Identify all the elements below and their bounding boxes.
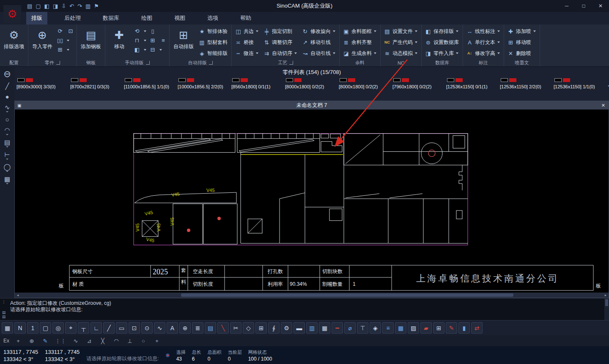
close-button[interactable]: ✕ <box>592 0 609 12</box>
part-array-button[interactable]: ▯▯ <box>56 37 64 44</box>
curve-button[interactable]: ∿ <box>154 322 165 334</box>
dots-button[interactable]: ⋮⋮ <box>55 338 66 344</box>
bridge-button[interactable]: ≍桥接 <box>233 37 261 48</box>
save-all-icon[interactable]: ◨ <box>53 3 58 9</box>
common-edge-button[interactable]: ◫共边 <box>233 26 261 37</box>
tab-postprocess[interactable]: 后处理 <box>59 12 86 25</box>
assign-cut-button[interactable]: ╪指定切割 <box>262 26 299 37</box>
compass-button[interactable]: ⊕ <box>179 322 191 334</box>
point-tool[interactable]: ● <box>5 93 9 100</box>
part-item[interactable]: [8700x2821] 0/3(3) <box>69 77 123 89</box>
line-tool[interactable]: ╱ <box>5 82 9 90</box>
ribbon-launcher-parts[interactable] <box>56 61 60 65</box>
open-file-icon[interactable]: ▢ <box>36 3 41 9</box>
rotate-part-button[interactable]: ⟲ <box>133 27 141 35</box>
linear-dimension-button[interactable]: ↔线性标注 <box>465 26 502 37</box>
quadrant-button[interactable]: ⊙ <box>141 322 153 334</box>
micro-joint-button[interactable]: ┉微连 <box>233 48 261 59</box>
part-item[interactable]: [7960x1800] 0/2(2) <box>391 77 445 89</box>
part-item[interactable]: [11000x1856.5] 1/1(0) <box>123 77 176 89</box>
document-hscrollbar[interactable]: ◂ ▸ <box>15 293 609 298</box>
target-snap-button[interactable]: ⌖ <box>65 322 77 334</box>
snap-triangle-button[interactable]: ⊿ <box>85 338 93 344</box>
circle-plus-button[interactable]: ⊕ <box>28 338 36 344</box>
tab-help[interactable]: 帮助 <box>235 12 256 25</box>
flag-icon[interactable]: ⚑ <box>94 3 99 9</box>
part-item[interactable]: [12536x1150] 0/1(1) <box>445 77 499 89</box>
profile-nesting-button[interactable]: ▥型材套料 <box>197 37 230 48</box>
import-parts-button[interactable]: ⊕导入零件 <box>30 25 55 50</box>
snap-grid-button[interactable]: + <box>153 338 161 344</box>
move-part-button[interactable]: ✚移动 <box>107 25 132 50</box>
swap-button[interactable]: ⇄ <box>471 322 483 334</box>
text-button[interactable]: A <box>167 322 178 334</box>
part-item[interactable]: [10000x1856.5] 2/2(0) <box>176 77 230 89</box>
minimize-button[interactable]: ─ <box>558 0 575 12</box>
list-button[interactable]: ≣ <box>192 322 203 334</box>
hscroll-right-icon[interactable]: ▸ <box>603 293 609 297</box>
mirror-part-button[interactable]: ◧ <box>133 46 141 54</box>
trim-button[interactable]: ✂ <box>230 322 241 334</box>
parts-scroll-left-icon[interactable]: ◀ <box>606 77 609 88</box>
snap-perpendicular-button[interactable]: ⊥ <box>126 338 134 344</box>
generate-remnant-button[interactable]: ◪生成余料 <box>341 48 379 59</box>
plus-tool-button[interactable]: + <box>14 338 22 344</box>
boxed-point-button[interactable]: ⊡ <box>129 322 140 334</box>
arc-tool[interactable]: ◠ <box>4 126 10 135</box>
auto-cut-order-button[interactable]: ⇉自动切序 <box>262 48 299 59</box>
smart-nest-trial-button[interactable]: ★智排体验 <box>197 26 230 37</box>
image-tool[interactable]: ▤ <box>4 139 10 148</box>
align-part-button[interactable]: ⊓ <box>133 37 141 44</box>
snap-arc-button[interactable]: ◠ <box>112 338 120 344</box>
snap-cross-button[interactable]: ╳ <box>99 338 107 344</box>
rectangle-button[interactable]: ▭ <box>116 322 127 334</box>
grid-mode-button[interactable]: ▦ <box>2 322 13 334</box>
move-lead-button[interactable]: ↗移动引线 <box>300 37 337 48</box>
snap-settings-button[interactable]: ⚙ <box>281 322 292 334</box>
tab-options[interactable]: 选项 <box>202 12 223 25</box>
table-grid-button[interactable]: ▦ <box>395 322 406 334</box>
red-pen-button[interactable]: ✎ <box>446 322 457 334</box>
align-part-dropdown-icon[interactable] <box>144 40 146 41</box>
part-grid-dropdown-icon[interactable] <box>67 49 69 51</box>
remnant-frame-button[interactable]: ▣余料图框 <box>341 26 379 37</box>
array-part-button[interactable]: ⊞ <box>148 37 157 44</box>
save-icon[interactable]: ◧ <box>44 3 49 9</box>
delete-inkjet-button[interactable]: ✕删除喷 <box>506 48 538 59</box>
red-bar-button[interactable]: ━ <box>332 322 343 334</box>
center-snap-button[interactable]: ◎ <box>52 322 64 334</box>
layers-tool[interactable]: ▦ <box>4 175 10 184</box>
generate-code-button[interactable]: NC产生代码 <box>382 37 420 48</box>
ribbon-launcher-manual-nesting[interactable] <box>146 61 150 65</box>
single-line-text-button[interactable]: A单行文本 <box>465 37 502 48</box>
tsquare-button[interactable]: ⊤ <box>357 322 368 334</box>
diamond-button[interactable]: ◇ <box>243 322 254 334</box>
edit-pen-button[interactable]: ✎ <box>41 338 49 344</box>
layer-one-button[interactable]: 1 <box>27 322 38 334</box>
part-item[interactable]: [12536x1150] 2/2(0) <box>499 77 552 89</box>
part-item[interactable]: [8000x1800] 0/2(2) <box>284 77 337 89</box>
tab-view[interactable]: 视图 <box>169 12 190 25</box>
spline-tool[interactable]: ∿ <box>5 104 10 112</box>
adjust-cut-order-button[interactable]: ⇅调整切序 <box>262 37 299 48</box>
table-view-button[interactable]: ▥ <box>306 322 318 334</box>
table-button[interactable]: ▤ <box>205 322 216 334</box>
part-item[interactable]: [8900x3000] 3/3(0) <box>15 77 69 89</box>
tab-draw[interactable]: 绘图 <box>136 12 157 25</box>
ruler-button[interactable]: ▬ <box>294 322 305 334</box>
maximize-button[interactable]: □ <box>575 0 592 12</box>
part-item[interactable]: [8560x1800] 0/1(1) <box>230 77 284 89</box>
snap-circle-button[interactable]: ○ <box>140 338 147 344</box>
set-database-button[interactable]: ⊜设置数据库 <box>423 37 461 48</box>
set-file-button[interactable]: ▤设置文件 <box>382 26 420 37</box>
tab-database[interactable]: 数据库 <box>98 12 124 25</box>
move-inkjet-button[interactable]: ⊞移动喷 <box>506 37 538 48</box>
smart-nest-button[interactable]: ◈智能排版 <box>197 48 230 59</box>
modify-rotation-button[interactable]: ↻修改旋向 <box>300 26 337 37</box>
ellipse-tool[interactable]: ○ <box>5 116 9 123</box>
hscroll-handle[interactable] <box>181 293 513 297</box>
grid-plus-button[interactable]: ⊞ <box>255 322 267 334</box>
magnifier-button[interactable]: ⌀ <box>344 322 356 334</box>
hatch-button[interactable]: ▨ <box>408 322 419 334</box>
print-icon[interactable]: ▥ <box>85 3 91 9</box>
